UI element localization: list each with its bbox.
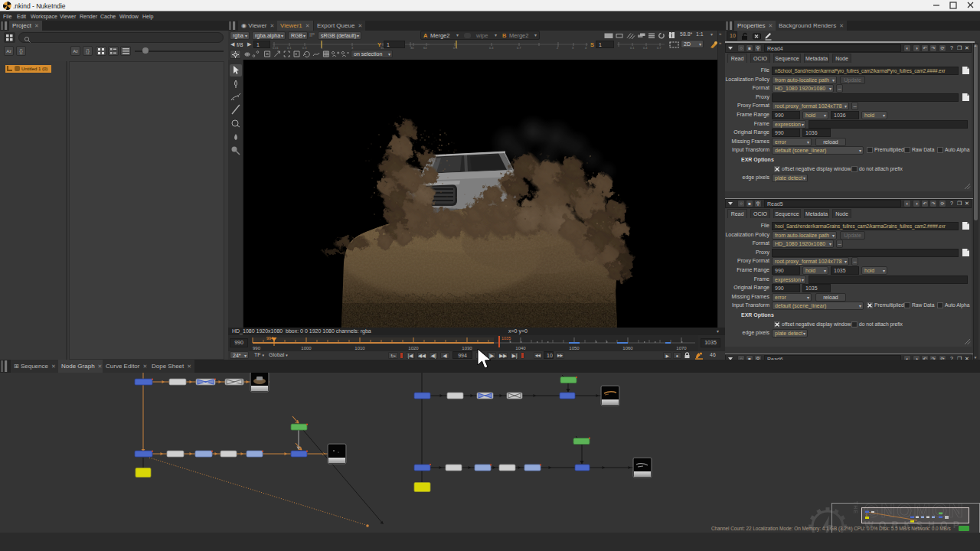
svg-text:1070: 1070 — [676, 346, 687, 350]
svg-text:990: 990 — [253, 346, 261, 350]
svg-text:1040: 1040 — [515, 346, 526, 350]
svg-text:994: 994 — [266, 336, 273, 341]
svg-text:1060: 1060 — [622, 346, 633, 350]
svg-text:1030: 1030 — [462, 346, 472, 350]
svg-text:1050: 1050 — [569, 346, 580, 350]
svg-text:1020: 1020 — [408, 346, 419, 350]
svg-text:1000: 1000 — [301, 346, 312, 350]
svg-text:1010: 1010 — [354, 346, 365, 350]
svg-text:1035: 1035 — [501, 336, 511, 341]
